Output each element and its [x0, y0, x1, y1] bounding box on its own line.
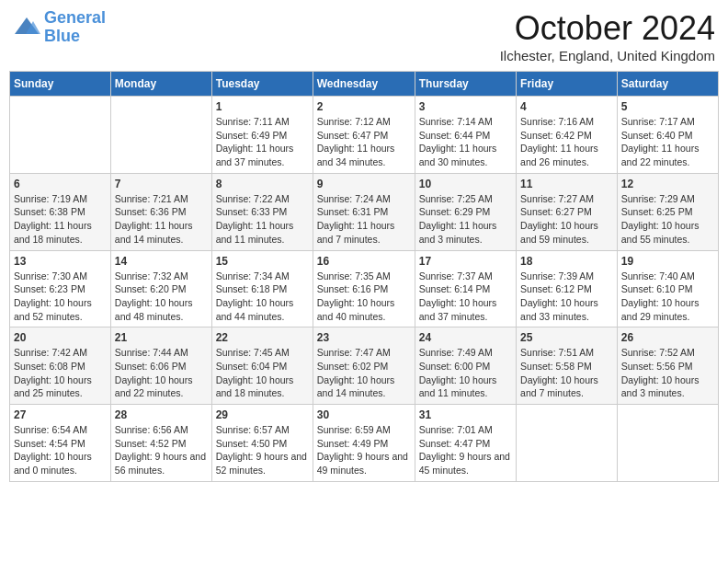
logo-line2: Blue: [44, 27, 80, 45]
calendar-cell: 30Sunrise: 6:59 AM Sunset: 4:49 PM Dayli…: [313, 405, 415, 482]
day-header-saturday: Saturday: [617, 72, 718, 97]
cell-content: Sunrise: 7:35 AM Sunset: 6:16 PM Dayligh…: [317, 270, 411, 324]
day-header-wednesday: Wednesday: [313, 72, 415, 97]
calendar-cell: 7Sunrise: 7:21 AM Sunset: 6:36 PM Daylig…: [110, 173, 211, 250]
cell-content: Sunrise: 7:12 AM Sunset: 6:47 PM Dayligh…: [317, 115, 411, 169]
cell-content: Sunrise: 7:44 AM Sunset: 6:06 PM Dayligh…: [115, 346, 208, 400]
day-number: 9: [317, 178, 411, 190]
calendar-cell: 3Sunrise: 7:14 AM Sunset: 6:44 PM Daylig…: [415, 97, 516, 174]
calendar-cell: 24Sunrise: 7:49 AM Sunset: 6:00 PM Dayli…: [415, 327, 516, 405]
cell-content: Sunrise: 7:17 AM Sunset: 6:40 PM Dayligh…: [621, 115, 714, 169]
day-number: 2: [317, 100, 411, 113]
cell-content: Sunrise: 7:19 AM Sunset: 6:38 PM Dayligh…: [14, 192, 107, 247]
logo-line1: General: [44, 8, 106, 27]
calendar-cell: 1Sunrise: 7:11 AM Sunset: 6:49 PM Daylig…: [211, 97, 313, 174]
cell-content: Sunrise: 7:51 AM Sunset: 5:58 PM Dayligh…: [520, 346, 613, 400]
calendar-cell: 20Sunrise: 7:42 AM Sunset: 6:08 PM Dayli…: [10, 327, 111, 405]
cell-content: Sunrise: 7:37 AM Sunset: 6:14 PM Dayligh…: [419, 270, 512, 324]
cell-content: Sunrise: 7:16 AM Sunset: 6:42 PM Dayligh…: [520, 115, 613, 169]
calendar-cell: 8Sunrise: 7:22 AM Sunset: 6:33 PM Daylig…: [211, 173, 313, 250]
calendar-cell: 27Sunrise: 6:54 AM Sunset: 4:54 PM Dayli…: [10, 405, 111, 482]
header-row: SundayMondayTuesdayWednesdayThursdayFrid…: [10, 72, 719, 97]
week-row-5: 27Sunrise: 6:54 AM Sunset: 4:54 PM Dayli…: [10, 405, 719, 482]
calendar-cell: 14Sunrise: 7:32 AM Sunset: 6:20 PM Dayli…: [110, 250, 211, 327]
calendar-cell: 11Sunrise: 7:27 AM Sunset: 6:27 PM Dayli…: [517, 173, 618, 250]
calendar-table: SundayMondayTuesdayWednesdayThursdayFrid…: [9, 71, 719, 482]
calendar-cell: 4Sunrise: 7:16 AM Sunset: 6:42 PM Daylig…: [517, 97, 618, 174]
day-number: 7: [115, 178, 208, 190]
cell-content: Sunrise: 7:25 AM Sunset: 6:29 PM Dayligh…: [419, 192, 512, 247]
cell-content: Sunrise: 7:47 AM Sunset: 6:02 PM Dayligh…: [317, 346, 411, 400]
calendar-cell: 31Sunrise: 7:01 AM Sunset: 4:47 PM Dayli…: [415, 405, 516, 482]
calendar-cell: 6Sunrise: 7:19 AM Sunset: 6:38 PM Daylig…: [10, 173, 111, 250]
day-number: 13: [14, 255, 107, 268]
cell-content: Sunrise: 7:39 AM Sunset: 6:12 PM Dayligh…: [520, 270, 613, 324]
day-number: 28: [115, 408, 208, 421]
location: Ilchester, England, United Kingdom: [500, 48, 715, 63]
day-number: 14: [115, 255, 208, 268]
day-header-monday: Monday: [110, 72, 211, 97]
logo-text: General Blue: [44, 9, 106, 46]
week-row-1: 1Sunrise: 7:11 AM Sunset: 6:49 PM Daylig…: [10, 97, 719, 174]
calendar-cell: 26Sunrise: 7:52 AM Sunset: 5:56 PM Dayli…: [617, 327, 718, 405]
day-header-thursday: Thursday: [415, 72, 516, 97]
calendar-cell: 15Sunrise: 7:34 AM Sunset: 6:18 PM Dayli…: [211, 250, 313, 327]
calendar-cell: 16Sunrise: 7:35 AM Sunset: 6:16 PM Dayli…: [313, 250, 415, 327]
day-number: 3: [419, 100, 512, 113]
cell-content: Sunrise: 6:59 AM Sunset: 4:49 PM Dayligh…: [317, 423, 411, 477]
day-header-tuesday: Tuesday: [211, 72, 313, 97]
cell-content: Sunrise: 7:14 AM Sunset: 6:44 PM Dayligh…: [419, 115, 512, 169]
calendar-cell: [110, 97, 211, 174]
day-number: 22: [216, 331, 309, 344]
cell-content: Sunrise: 7:40 AM Sunset: 6:10 PM Dayligh…: [621, 270, 714, 324]
day-number: 5: [621, 100, 714, 113]
day-number: 18: [520, 255, 613, 268]
week-row-3: 13Sunrise: 7:30 AM Sunset: 6:23 PM Dayli…: [10, 250, 719, 327]
calendar-cell: [617, 405, 718, 482]
cell-content: Sunrise: 7:45 AM Sunset: 6:04 PM Dayligh…: [216, 346, 309, 400]
day-number: 10: [419, 178, 512, 190]
day-number: 4: [520, 100, 613, 113]
title-block: October 2024 Ilchester, England, United …: [500, 9, 715, 63]
cell-content: Sunrise: 7:27 AM Sunset: 6:27 PM Dayligh…: [520, 192, 613, 247]
calendar-cell: 28Sunrise: 6:56 AM Sunset: 4:52 PM Dayli…: [110, 405, 211, 482]
day-number: 21: [115, 331, 208, 344]
week-row-4: 20Sunrise: 7:42 AM Sunset: 6:08 PM Dayli…: [10, 327, 719, 405]
calendar-cell: 12Sunrise: 7:29 AM Sunset: 6:25 PM Dayli…: [617, 173, 718, 250]
day-number: 23: [317, 331, 411, 344]
cell-content: Sunrise: 7:32 AM Sunset: 6:20 PM Dayligh…: [115, 270, 208, 324]
day-number: 31: [419, 408, 512, 421]
cell-content: Sunrise: 7:01 AM Sunset: 4:47 PM Dayligh…: [419, 423, 512, 477]
day-number: 26: [621, 331, 714, 344]
calendar-cell: 13Sunrise: 7:30 AM Sunset: 6:23 PM Dayli…: [10, 250, 111, 327]
day-number: 20: [14, 331, 107, 344]
cell-content: Sunrise: 7:52 AM Sunset: 5:56 PM Dayligh…: [621, 346, 714, 400]
day-number: 12: [621, 178, 714, 190]
page-header: General Blue October 2024 Ilchester, Eng…: [9, 9, 719, 63]
cell-content: Sunrise: 6:56 AM Sunset: 4:52 PM Dayligh…: [115, 423, 208, 477]
cell-content: Sunrise: 7:30 AM Sunset: 6:23 PM Dayligh…: [14, 270, 107, 324]
calendar-cell: [517, 405, 618, 482]
day-header-sunday: Sunday: [10, 72, 111, 97]
calendar-cell: 19Sunrise: 7:40 AM Sunset: 6:10 PM Dayli…: [617, 250, 718, 327]
calendar-cell: 17Sunrise: 7:37 AM Sunset: 6:14 PM Dayli…: [415, 250, 516, 327]
calendar-cell: 9Sunrise: 7:24 AM Sunset: 6:31 PM Daylig…: [313, 173, 415, 250]
cell-content: Sunrise: 7:11 AM Sunset: 6:49 PM Dayligh…: [216, 115, 309, 169]
day-number: 8: [216, 178, 309, 190]
day-number: 1: [216, 100, 309, 113]
calendar-cell: 10Sunrise: 7:25 AM Sunset: 6:29 PM Dayli…: [415, 173, 516, 250]
day-number: 30: [317, 408, 411, 421]
logo: General Blue: [13, 9, 106, 46]
day-header-friday: Friday: [517, 72, 618, 97]
cell-content: Sunrise: 7:34 AM Sunset: 6:18 PM Dayligh…: [216, 270, 309, 324]
calendar-cell: 5Sunrise: 7:17 AM Sunset: 6:40 PM Daylig…: [617, 97, 718, 174]
month-title: October 2024: [500, 9, 715, 48]
calendar-cell: 23Sunrise: 7:47 AM Sunset: 6:02 PM Dayli…: [313, 327, 415, 405]
day-number: 6: [14, 178, 107, 190]
calendar-cell: 25Sunrise: 7:51 AM Sunset: 5:58 PM Dayli…: [517, 327, 618, 405]
cell-content: Sunrise: 7:22 AM Sunset: 6:33 PM Dayligh…: [216, 192, 309, 247]
calendar-cell: 22Sunrise: 7:45 AM Sunset: 6:04 PM Dayli…: [211, 327, 313, 405]
calendar-cell: 18Sunrise: 7:39 AM Sunset: 6:12 PM Dayli…: [517, 250, 618, 327]
day-number: 15: [216, 255, 309, 268]
logo-icon: [13, 14, 40, 41]
